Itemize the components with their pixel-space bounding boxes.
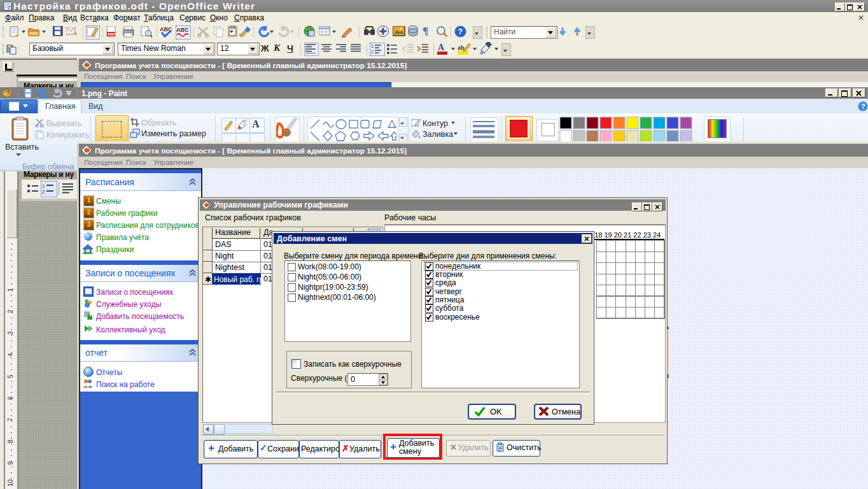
svg-text:?: ? xyxy=(861,103,865,110)
svg-text:ABC: ABC xyxy=(176,27,189,33)
svg-text:A: A xyxy=(438,43,445,52)
svg-text:2: 2 xyxy=(371,50,374,54)
svg-text:1: 1 xyxy=(371,44,374,48)
svg-text:1: 1 xyxy=(42,183,45,189)
svg-text:2: 2 xyxy=(42,189,45,194)
svg-text:?: ? xyxy=(458,27,463,36)
svg-text:PDF: PDF xyxy=(108,32,116,36)
svg-text:ab: ab xyxy=(458,45,465,51)
